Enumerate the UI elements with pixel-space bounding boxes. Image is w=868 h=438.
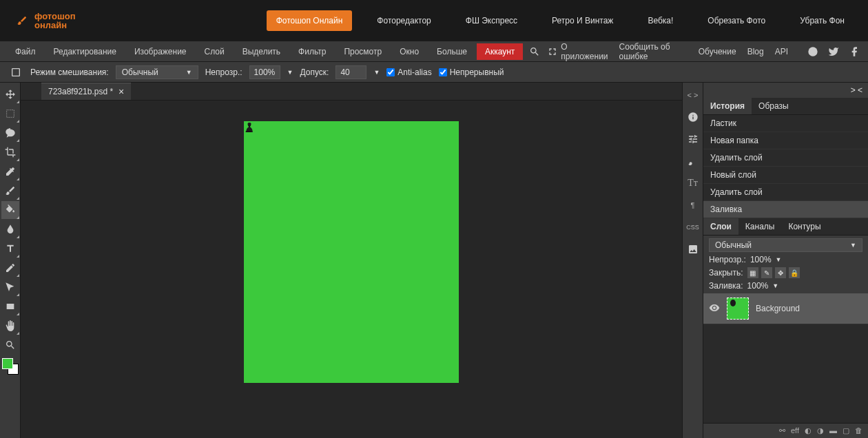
nav-express[interactable]: ФШ Экспресс	[456, 10, 527, 31]
menu-edit[interactable]: Редактирование	[45, 43, 125, 60]
nav-photoshop-online[interactable]: Фотошоп Онлайн	[267, 10, 353, 31]
reddit-icon[interactable]	[806, 45, 820, 59]
lock-label: Закрыть:	[709, 268, 743, 278]
color-swatches[interactable]	[2, 358, 19, 375]
link-layers-icon[interactable]: ⚯	[779, 426, 785, 435]
layer-opacity-value[interactable]: 100%	[750, 255, 772, 264]
history-item[interactable]: Новый слой	[703, 167, 868, 184]
close-tab-icon[interactable]: ×	[118, 87, 124, 96]
tolerance-dropdown-icon[interactable]: ▼	[373, 69, 380, 76]
antialias-checkbox[interactable]: Anti-alias	[386, 67, 431, 77]
menu-learn[interactable]: Обучение	[699, 47, 736, 56]
panel-nav-left[interactable]: < >	[685, 87, 701, 103]
history-item[interactable]: Удалить слой	[703, 149, 868, 167]
svg-rect-1	[6, 304, 14, 309]
history-item[interactable]: Новая папка	[703, 132, 868, 149]
fullscreen-icon[interactable]	[546, 44, 559, 59]
menu-window[interactable]: Окно	[391, 43, 427, 60]
history-item[interactable]: Заливка	[703, 201, 868, 218]
layer-mask-icon[interactable]: ◐	[805, 426, 812, 435]
contiguous-checkbox[interactable]: Непрерывный	[439, 67, 504, 77]
lock-pixels-icon[interactable]: ✎	[761, 267, 772, 278]
zoom-tool[interactable]	[1, 336, 19, 354]
brush-tool[interactable]	[1, 182, 19, 200]
brush-presets-icon[interactable]	[685, 153, 701, 169]
character-icon[interactable]: Tт	[685, 175, 701, 191]
tolerance-value[interactable]: 40	[335, 65, 366, 79]
blend-mode-dropdown[interactable]: Обычный▼	[116, 65, 198, 79]
menu-blog[interactable]: Blog	[747, 47, 764, 56]
chevron-down-icon[interactable]: ▼	[776, 256, 782, 263]
logo[interactable]: фотошоп онлайн	[14, 12, 76, 30]
twitter-icon[interactable]	[827, 45, 840, 59]
lock-all-icon[interactable]: 🔒	[789, 267, 800, 278]
menu-account[interactable]: Аккаунт	[477, 43, 523, 60]
menu-file[interactable]: Файл	[7, 43, 44, 60]
nav-crop[interactable]: Обрезать Фото	[698, 10, 775, 31]
lock-transparency-icon[interactable]: ▦	[747, 267, 758, 278]
css-icon[interactable]: CSS	[685, 219, 701, 236]
layer-name[interactable]: Background	[756, 304, 800, 313]
menu-image[interactable]: Изображение	[126, 43, 195, 60]
fill-value[interactable]: 100%	[747, 281, 769, 291]
opacity-dropdown-icon[interactable]: ▼	[287, 69, 293, 76]
menu-layer[interactable]: Слой	[196, 43, 233, 60]
chevron-down-icon[interactable]: ▼	[772, 282, 778, 289]
menu-about[interactable]: О приложении	[561, 42, 608, 61]
channels-tab[interactable]: Каналы	[738, 218, 782, 235]
history-item[interactable]: Удалить слой	[703, 184, 868, 201]
chevron-down-icon: ▼	[850, 242, 856, 249]
info-icon[interactable]	[685, 109, 701, 125]
pen-tool[interactable]	[1, 259, 19, 277]
nav-photoeditor[interactable]: Фоторедактор	[367, 10, 440, 31]
crop-tool[interactable]	[1, 143, 19, 161]
menu-more[interactable]: Больше	[428, 43, 475, 60]
search-icon[interactable]	[527, 44, 541, 59]
tolerance-label: Допуск:	[300, 67, 329, 77]
menu-view[interactable]: Просмотр	[335, 43, 390, 60]
path-select-tool[interactable]	[1, 278, 19, 296]
text-tool[interactable]	[1, 240, 19, 258]
layer-row[interactable]: Background	[703, 293, 868, 324]
new-folder-icon[interactable]: ▬	[829, 426, 837, 435]
eyedropper-tool[interactable]	[1, 163, 19, 180]
bucket-tool[interactable]	[1, 201, 19, 219]
facebook-icon[interactable]	[847, 45, 861, 59]
paragraph-icon[interactable]: ¶	[685, 197, 701, 213]
layer-blend-dropdown[interactable]: Обычный▼	[709, 238, 862, 252]
delete-layer-icon[interactable]: 🗑	[855, 426, 862, 435]
menu-filter[interactable]: Фильтр	[290, 43, 334, 60]
layers-tab[interactable]: Слои	[703, 218, 738, 235]
menu-api[interactable]: API	[775, 47, 788, 56]
image-icon[interactable]	[685, 241, 701, 258]
new-layer-icon[interactable]: ▢	[843, 426, 849, 435]
layer-thumbnail[interactable]	[727, 298, 749, 320]
history-item[interactable]: Ластик	[703, 115, 868, 132]
hand-tool[interactable]	[1, 317, 19, 335]
opacity-value[interactable]: 100%	[249, 65, 280, 79]
marquee-tool[interactable]	[1, 105, 19, 123]
lasso-tool[interactable]	[1, 124, 19, 142]
move-tool[interactable]	[1, 85, 19, 103]
shape-tool[interactable]	[1, 298, 19, 315]
adjustment-layer-icon[interactable]: ◑	[817, 426, 824, 435]
layer-effects-label[interactable]: eff	[791, 426, 799, 435]
menu-report[interactable]: Сообщить об ошибке	[619, 42, 688, 61]
lock-position-icon[interactable]: ✥	[775, 267, 786, 278]
nav-webcam[interactable]: Вебка!	[638, 10, 683, 31]
paths-tab[interactable]: Контуры	[781, 218, 827, 235]
foreground-color[interactable]	[2, 358, 13, 369]
snapshots-tab[interactable]: Образы	[752, 98, 796, 114]
document-tab[interactable]: 723a8f921b.psd * ×	[41, 83, 131, 100]
nav-retro[interactable]: Ретро И Винтаж	[542, 10, 623, 31]
nav-removebg[interactable]: Убрать Фон	[790, 10, 854, 31]
adjustments-icon[interactable]	[685, 131, 701, 147]
history-tab[interactable]: История	[703, 98, 752, 114]
menu-select[interactable]: Выделить	[234, 43, 289, 60]
logo-text: фотошоп онлайн	[34, 12, 76, 30]
blur-tool[interactable]	[1, 220, 19, 238]
panel-collapse-right[interactable]: > <	[851, 85, 862, 95]
canvas[interactable]	[244, 121, 459, 383]
layer-opacity-label: Непрозр.:	[709, 255, 746, 264]
visibility-icon[interactable]	[709, 302, 720, 315]
